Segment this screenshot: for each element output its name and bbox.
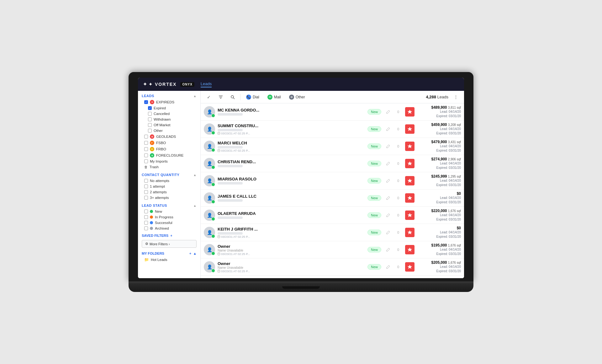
table-row[interactable]: 👤 BENJAMIN RIDING New 0 $289,900 2,347 s… (201, 276, 464, 278)
edit-icon[interactable] (384, 245, 393, 254)
table-row[interactable]: 👤 OLAERTE ARRUDA New 0 $220,000 1,676 sq… (201, 207, 464, 224)
frbo-checkbox[interactable] (144, 147, 148, 151)
sidebar-item-trash[interactable]: 🗑 Trash (138, 164, 200, 170)
sidebar-item-geoleads[interactable]: ⊕ GEOLEADS (138, 133, 200, 140)
lead-star-button[interactable] (405, 142, 415, 151)
table-row[interactable]: 👤 Owner Name Unavailable 03/23/21 AT 02:… (201, 241, 464, 258)
edit-icon[interactable] (384, 263, 393, 271)
folder-item-hot-leads[interactable]: 📁 Hot Leads (138, 257, 200, 263)
edit-icon[interactable] (384, 176, 393, 185)
sidebar-item-1-attempt[interactable]: 1 attempt (138, 184, 200, 189)
sidebar-item-status-successful[interactable]: Successful (138, 220, 200, 226)
lead-star-button[interactable] (405, 245, 415, 254)
lead-star-button[interactable] (405, 193, 415, 203)
withdrawn-checkbox[interactable] (148, 117, 152, 121)
note-count[interactable]: 0 (394, 176, 403, 185)
expired-checkbox[interactable]: ✓ (148, 106, 152, 110)
note-count[interactable]: 0 (394, 159, 403, 168)
sidebar-item-3-attempts[interactable]: 3+ attempts (138, 195, 200, 200)
sidebar-item-status-inprogress[interactable]: In Progress (138, 214, 200, 220)
sidebar-item-no-attempts[interactable]: No attempts (138, 178, 200, 184)
geoleads-checkbox[interactable] (144, 135, 148, 138)
lead-star-button[interactable] (405, 262, 415, 272)
edit-icon[interactable] (384, 228, 393, 237)
edit-icon[interactable] (384, 194, 393, 202)
sidebar-item-expired[interactable]: ✓ Expired (138, 105, 200, 111)
1-attempt-checkbox[interactable] (144, 185, 148, 188)
table-row[interactable]: 👤 MC KENNA GORDO... New 0 $489,900 3,811… (201, 103, 464, 121)
sidebar-item-frbo[interactable]: R FRBO (138, 146, 200, 152)
nav-tab-leads[interactable]: Leads (201, 81, 212, 87)
table-row[interactable]: 👤 Owner Name Unavailable 03/23/21 AT 02:… (201, 258, 464, 276)
lead-star-button[interactable] (405, 107, 415, 117)
status-new-checkbox[interactable] (144, 210, 148, 213)
expireds-checkbox[interactable]: ✓ (144, 100, 148, 104)
edit-icon[interactable] (384, 142, 393, 151)
note-count[interactable]: 0 (394, 107, 403, 116)
table-row[interactable]: 👤 SUMMIT CONSTRU... 03/23/21 AT 02:25 P.… (201, 121, 464, 138)
note-count[interactable]: 0 (394, 125, 403, 133)
table-row[interactable]: 👤 KEITH J GRIFFITH ... 03/23/21 AT 02:25… (201, 224, 464, 241)
status-archived-checkbox[interactable] (144, 226, 148, 230)
table-row[interactable]: 👤 JAMES E CALL LLC New 0 $0 Lead: 04/14/… (201, 190, 464, 207)
sidebar-item-withdrawn[interactable]: Withdrawn (138, 117, 200, 122)
sidebar-item-fsbo[interactable]: F FSBO (138, 140, 200, 146)
note-count[interactable]: 0 (394, 211, 403, 220)
add-folder-icon[interactable]: + (189, 252, 191, 255)
note-count[interactable]: 0 (394, 245, 403, 254)
more-filters-button[interactable]: ⚙ More Filters › (142, 240, 197, 248)
lead-star-button[interactable] (405, 228, 415, 237)
3-attempts-checkbox[interactable] (144, 196, 148, 200)
search-button[interactable] (228, 93, 237, 101)
sidebar-item-expireds[interactable]: ✓ ✕ EXPIREDS (138, 99, 200, 105)
select-all-button[interactable]: ✓ (204, 93, 213, 101)
add-filter-icon[interactable]: + (170, 234, 172, 237)
table-row[interactable]: 👤 MIARISOA RASOLO New 0 $245,999 1,295 s… (201, 172, 464, 190)
fsbo-checkbox[interactable] (144, 141, 148, 145)
sidebar-item-2-attempts[interactable]: 2 attempts (138, 189, 200, 195)
filter-options-button[interactable] (216, 93, 225, 101)
sidebar-item-other-exp[interactable]: Other (138, 128, 200, 133)
svg-marker-13 (408, 144, 412, 148)
lead-name: JAMES E CALL LLC (218, 194, 365, 199)
edit-icon[interactable] (384, 107, 393, 116)
status-inprogress-checkbox[interactable] (144, 215, 148, 219)
status-collapse-icon[interactable]: ▲ (193, 204, 197, 207)
leads-count-number: 4,288 (426, 95, 436, 99)
lead-star-button[interactable] (405, 176, 415, 185)
note-count[interactable]: 0 (394, 263, 403, 271)
table-row[interactable]: 👤 CHRISTIAN REND... New 0 $274,900 2,906… (201, 155, 464, 172)
imports-checkbox[interactable] (144, 159, 148, 163)
sidebar-item-status-archived[interactable]: Archived (138, 226, 200, 231)
edit-icon[interactable] (384, 211, 393, 220)
table-row[interactable]: 👤 MARCI WELCH 03/23/21 AT 02:25 P... New… (201, 138, 464, 155)
leads-collapse-icon[interactable]: ▲ (193, 94, 197, 98)
2-attempts-checkbox[interactable] (144, 190, 148, 194)
note-count[interactable]: 0 (394, 194, 403, 202)
other-button[interactable]: ⊕ Other (287, 93, 308, 101)
note-count[interactable]: 0 (394, 142, 403, 151)
status-badge: New (367, 143, 381, 149)
status-successful-checkbox[interactable] (144, 221, 148, 225)
sidebar-item-offmarket[interactable]: Off Market (138, 122, 200, 128)
folders-collapse-icon[interactable]: ▲ (193, 252, 197, 255)
offmarket-checkbox[interactable] (148, 123, 152, 127)
lead-star-button[interactable] (405, 159, 415, 168)
edit-icon[interactable] (384, 159, 393, 168)
cancelled-checkbox[interactable] (148, 112, 152, 116)
edit-icon[interactable] (384, 125, 393, 133)
other-exp-checkbox[interactable] (148, 129, 152, 133)
contact-collapse-icon[interactable]: ▲ (193, 173, 197, 177)
column-settings-button[interactable]: ⋮ (452, 93, 460, 101)
foreclosure-checkbox[interactable] (144, 153, 148, 157)
mail-button[interactable]: ✉ Mail (265, 93, 283, 101)
sidebar-item-imports[interactable]: My Imports (138, 159, 200, 164)
no-attempts-checkbox[interactable] (144, 179, 148, 183)
dial-button[interactable]: 📞 Dial (244, 93, 262, 101)
lead-star-button[interactable] (405, 124, 415, 134)
sidebar-item-status-new[interactable]: New (138, 209, 200, 214)
lead-star-button[interactable] (405, 211, 415, 220)
note-count[interactable]: 0 (394, 228, 403, 237)
sidebar-item-cancelled[interactable]: Cancelled (138, 111, 200, 117)
sidebar-item-foreclosure[interactable]: ⊕ FORECLOSURE (138, 152, 200, 159)
